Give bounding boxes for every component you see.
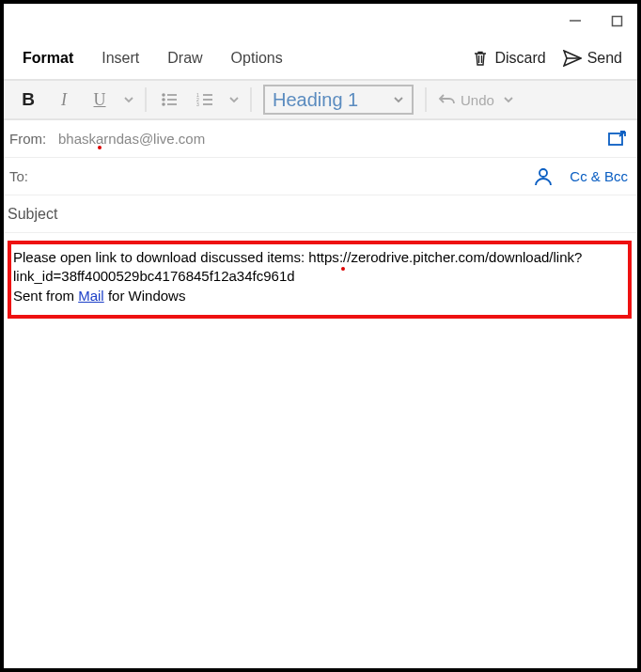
font-more-chevron-icon[interactable] <box>118 94 139 105</box>
svg-point-7 <box>163 99 164 101</box>
body-line-1: Please open link to download discussed i… <box>13 248 626 267</box>
tab-draw[interactable]: Draw <box>165 44 204 72</box>
window-titlebar <box>4 4 637 38</box>
body-signature: Sent from Mail for Windows <box>13 287 626 305</box>
tab-format[interactable]: Format <box>21 44 75 72</box>
toolbar-separator <box>145 87 147 112</box>
svg-point-18 <box>539 169 547 177</box>
bold-button[interactable]: B <box>11 85 45 115</box>
cc-bcc-link[interactable]: Cc & Bcc <box>570 168 628 184</box>
to-row: To: Cc & Bcc <box>4 158 637 195</box>
body-text: //zerodrive.pitcher.com/download/link? <box>343 249 582 265</box>
undo-more-chevron-icon[interactable] <box>498 94 519 105</box>
spellcheck-marker-icon <box>98 146 102 149</box>
to-label: To: <box>8 168 58 184</box>
spellcheck-marker-icon: : <box>339 248 343 267</box>
toolbar-separator <box>250 87 252 112</box>
subject-placeholder: Subject <box>8 206 57 223</box>
body-text: Please open link to download discussed i… <box>13 249 339 265</box>
bullet-list-button[interactable] <box>152 85 186 115</box>
format-toolbar: B I U 1 2 3 Heading 1 Undo <box>4 79 637 120</box>
undo-label: Undo <box>461 92 494 108</box>
heading-style-select[interactable]: Heading 1 <box>263 85 414 115</box>
send-icon <box>563 50 582 67</box>
body-line-2: link_id=38ff4000529bc4176845f12a34fc961d <box>13 267 626 286</box>
tab-options[interactable]: Options <box>229 44 285 72</box>
numbered-list-button[interactable]: 1 2 3 <box>188 85 222 115</box>
message-body[interactable]: Please open link to download discussed i… <box>4 233 637 319</box>
subject-row[interactable]: Subject <box>4 195 637 233</box>
italic-button[interactable]: I <box>47 85 81 115</box>
highlighted-content-box: Please open link to download discussed i… <box>8 241 632 319</box>
tab-insert[interactable]: Insert <box>100 44 141 72</box>
person-icon[interactable] <box>534 167 553 186</box>
sig-prefix: Sent from <box>13 288 78 304</box>
send-label: Send <box>587 50 622 67</box>
from-label: From: <box>8 131 58 147</box>
from-value[interactable]: bhaskarndas@live.com <box>58 131 607 147</box>
ribbon-tabs: Format Insert Draw Options Discard Send <box>4 38 637 79</box>
svg-rect-1 <box>612 16 621 25</box>
trash-icon <box>472 50 489 67</box>
send-button[interactable]: Send <box>563 50 622 67</box>
toolbar-separator <box>425 87 427 112</box>
from-email-text: bhaskarndas@live.com <box>58 131 205 147</box>
chevron-down-icon <box>393 94 404 105</box>
mail-app-link[interactable]: Mail <box>78 288 104 304</box>
from-row: From: bhaskarndas@live.com <box>4 120 637 158</box>
maximize-button[interactable] <box>609 13 624 28</box>
sig-suffix: for Windows <box>104 288 186 304</box>
discard-label: Discard <box>494 50 545 67</box>
svg-point-9 <box>163 103 164 105</box>
svg-text:3: 3 <box>196 102 199 107</box>
discard-button[interactable]: Discard <box>472 50 545 67</box>
heading-selected-label: Heading 1 <box>273 89 358 111</box>
popout-icon[interactable] <box>607 130 628 148</box>
undo-button[interactable] <box>438 85 457 115</box>
underline-button[interactable]: U <box>83 85 117 115</box>
svg-point-5 <box>163 94 164 96</box>
minimize-button[interactable] <box>568 13 583 28</box>
list-more-chevron-icon[interactable] <box>224 94 244 105</box>
